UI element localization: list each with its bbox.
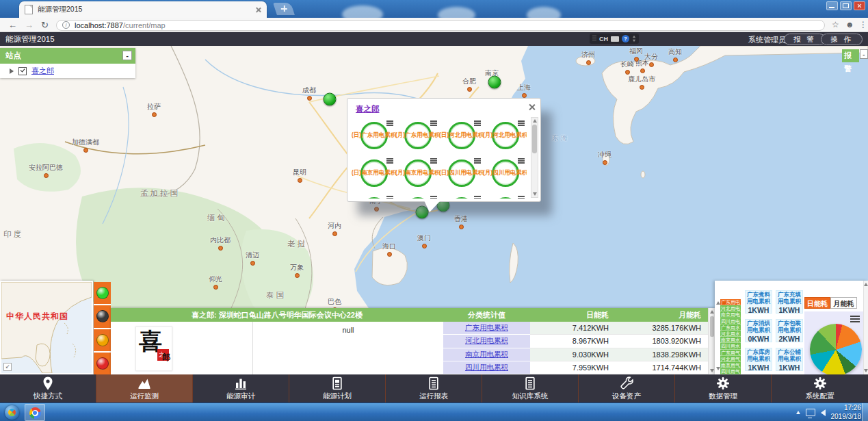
scroll-down-icon[interactable] bbox=[864, 369, 868, 372]
category-link[interactable]: 河北用电累积 bbox=[465, 336, 508, 346]
nav-item-run-reports[interactable]: 运行报表 bbox=[386, 374, 482, 403]
status-light-green[interactable] bbox=[94, 282, 111, 305]
page-info-icon[interactable]: i bbox=[62, 21, 70, 29]
ime-arrows-icon[interactable] bbox=[632, 35, 636, 42]
forward-icon[interactable]: → bbox=[25, 18, 34, 31]
stat-card[interactable]: 广东公辅 用电累积 1KWH bbox=[776, 348, 803, 371]
gauge-cell[interactable] bbox=[395, 192, 439, 199]
category-menu-item[interactable]: 四川用电 bbox=[720, 318, 741, 324]
nav-item-shortcuts[interactable]: 快捷方式 bbox=[0, 374, 96, 403]
nav-item-energy-audit[interactable]: 能源审计 bbox=[193, 374, 289, 403]
nav-item-equipment-assets[interactable]: 设备资产 bbox=[579, 374, 675, 403]
category-menu-item[interactable]: 四川用水 bbox=[720, 343, 741, 349]
minimap-expand-icon[interactable]: ↙ bbox=[3, 363, 12, 371]
tree-expand-icon[interactable] bbox=[10, 68, 14, 74]
gauge-menu-icon[interactable] bbox=[518, 120, 525, 126]
window-close-button[interactable] bbox=[854, 1, 865, 10]
gauge-cell[interactable]: (月)广东用电累积 bbox=[395, 117, 439, 155]
category-menu-item[interactable]: 南京用气 bbox=[720, 362, 741, 368]
category-link[interactable]: 四川用电累积 bbox=[465, 363, 508, 372]
scroll-down-icon[interactable] bbox=[710, 369, 714, 372]
address-bar[interactable]: i localhost:7887/current/map bbox=[56, 20, 825, 31]
status-light-red[interactable] bbox=[94, 353, 111, 374]
tree-checkbox[interactable] bbox=[18, 67, 27, 75]
gauge-cell[interactable] bbox=[352, 192, 395, 199]
status-light-orange[interactable] bbox=[94, 329, 111, 353]
site-marker[interactable] bbox=[488, 76, 501, 89]
new-tab-button[interactable] bbox=[273, 3, 295, 15]
alarm-button[interactable]: 报 警 bbox=[784, 34, 826, 45]
gauge-cell[interactable]: (日)四川用电累积 bbox=[439, 155, 483, 192]
stat-card[interactable]: 广东充填 用电累积 1KWH bbox=[776, 290, 803, 314]
stat-card[interactable]: 广东库房 用电累积 1KWH bbox=[745, 348, 772, 371]
taskbar-clock[interactable]: 17:26 2019/3/18 bbox=[831, 404, 862, 421]
ime-help-icon[interactable]: ? bbox=[622, 35, 629, 42]
scroll-up-icon[interactable] bbox=[533, 119, 537, 123]
chart-menu-icon[interactable] bbox=[850, 316, 860, 322]
popup-scrollbar[interactable] bbox=[531, 117, 538, 198]
back-icon[interactable]: ← bbox=[8, 18, 17, 31]
site-marker[interactable] bbox=[324, 93, 337, 106]
nav-item-system-config[interactable]: 系统配置 bbox=[772, 374, 868, 403]
scroll-thumb[interactable] bbox=[532, 125, 537, 153]
gauge-menu-icon[interactable] bbox=[386, 120, 393, 126]
window-minimize-button[interactable] bbox=[826, 1, 838, 10]
keyboard-icon[interactable] bbox=[611, 36, 619, 42]
panel-scrollbar[interactable] bbox=[863, 281, 868, 374]
month-energy-toggle[interactable]: 月能耗 bbox=[830, 297, 857, 309]
category-menu-item[interactable]: 广东用水 bbox=[720, 324, 741, 331]
category-link[interactable]: 广东用电累积 bbox=[465, 323, 508, 333]
gauge-cell[interactable]: (日)河北用电累积 bbox=[439, 117, 483, 155]
alarm-badge-collapse-button[interactable]: - bbox=[860, 49, 868, 59]
status-light-gray[interactable] bbox=[94, 305, 111, 329]
category-menu-item[interactable]: 河北用电 bbox=[720, 305, 741, 311]
ime-language[interactable]: CH bbox=[599, 36, 608, 42]
nav-item-energy-plan[interactable]: 能源计划 bbox=[289, 374, 386, 403]
stat-card[interactable]: 广东包装 用电累积 2KWH bbox=[776, 319, 803, 342]
nav-item-data-management[interactable]: 数据管理 bbox=[675, 374, 772, 403]
category-menu-item[interactable]: 南京用水 bbox=[720, 337, 741, 343]
ime-toolbar[interactable]: CH ? bbox=[590, 34, 639, 44]
alarm-badge-label[interactable]: 报警 bbox=[842, 49, 859, 62]
overview-minimap[interactable]: 中华人民共和国 ↙ bbox=[0, 281, 93, 374]
tree-site-link[interactable]: 喜之郎 bbox=[31, 66, 54, 76]
stat-card[interactable]: 广东煮料 用电累积 1KWH bbox=[745, 290, 772, 314]
menu-dots-icon[interactable]: ⋮ bbox=[859, 18, 867, 31]
network-icon[interactable] bbox=[806, 409, 815, 416]
chrome-taskbar-button[interactable] bbox=[25, 404, 45, 421]
gauge-menu-icon[interactable] bbox=[474, 196, 481, 199]
browser-tab[interactable]: 能源管理2015 bbox=[19, 1, 267, 18]
gauge-menu-icon[interactable] bbox=[474, 158, 481, 164]
gauge-cell[interactable]: (月)南京用电累积 bbox=[395, 155, 439, 192]
gauge-menu-icon[interactable] bbox=[518, 158, 525, 164]
nav-item-monitoring[interactable]: 运行监测 bbox=[96, 374, 193, 403]
tray-expand-icon[interactable] bbox=[796, 411, 800, 414]
start-button[interactable] bbox=[5, 405, 19, 420]
tab-close-icon[interactable] bbox=[255, 7, 261, 13]
scroll-down-icon[interactable] bbox=[533, 192, 537, 196]
scroll-thumb[interactable] bbox=[710, 316, 714, 337]
gauge-menu-icon[interactable] bbox=[386, 158, 393, 164]
scroll-up-icon[interactable] bbox=[710, 310, 714, 314]
gauge-cell[interactable]: (月)四川用电累积 bbox=[483, 155, 527, 192]
gauge-cell[interactable]: (日)南京用电累积 bbox=[352, 155, 395, 192]
bookmark-star-icon[interactable]: ☆ bbox=[832, 18, 839, 31]
gauge-cell[interactable] bbox=[439, 192, 483, 199]
category-link[interactable]: 南京用电累积 bbox=[465, 350, 508, 359]
show-desktop-button[interactable] bbox=[862, 403, 868, 421]
nav-item-knowledge-base[interactable]: 知识库系统 bbox=[482, 374, 579, 403]
gauge-cell[interactable]: (日)广东用电累积 bbox=[352, 117, 395, 155]
operate-button[interactable]: 操 作 bbox=[821, 34, 863, 45]
reload-icon[interactable]: ↻ bbox=[41, 18, 49, 31]
gauge-menu-icon[interactable] bbox=[430, 120, 437, 126]
category-menu-item[interactable]: 河北用气 bbox=[720, 356, 741, 362]
category-menu-item[interactable]: 南京用电 bbox=[720, 311, 741, 318]
category-menu-item[interactable]: 广东用电 bbox=[720, 299, 741, 305]
speaker-icon[interactable] bbox=[821, 409, 826, 416]
gauge-cell[interactable]: (月)河北用电累积 bbox=[483, 117, 527, 155]
gauge-menu-icon[interactable] bbox=[474, 120, 481, 126]
gauge-cell[interactable] bbox=[483, 192, 527, 199]
profile-icon[interactable]: ☻ bbox=[845, 18, 854, 31]
category-menu-item[interactable]: 河北用水 bbox=[720, 331, 741, 337]
gauge-menu-icon[interactable] bbox=[386, 196, 393, 199]
